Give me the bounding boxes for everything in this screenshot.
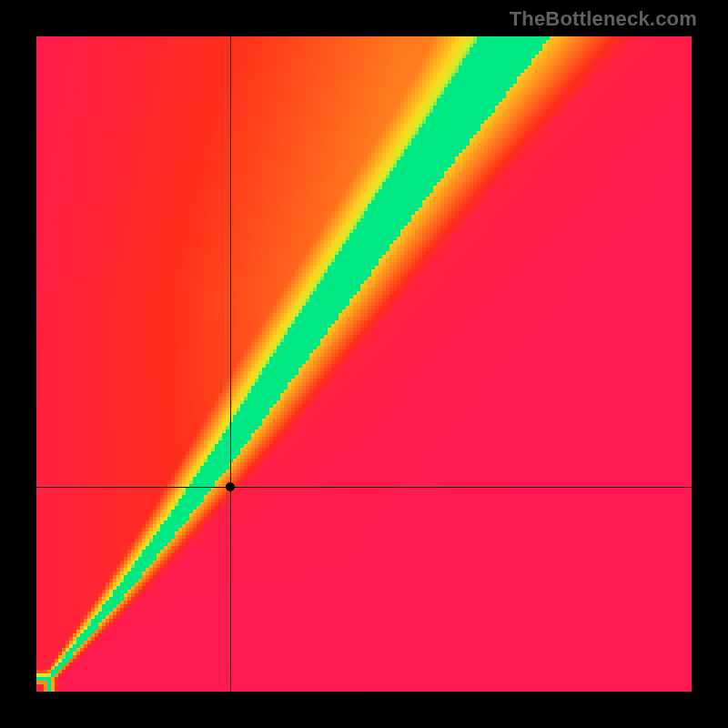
crosshair-horizontal: [36, 487, 692, 488]
watermark-label: TheBottleneck.com: [510, 7, 697, 31]
heatmap-canvas: [36, 36, 692, 692]
crosshair-vertical: [230, 36, 231, 692]
chart-container: TheBottleneck.com: [0, 0, 728, 728]
